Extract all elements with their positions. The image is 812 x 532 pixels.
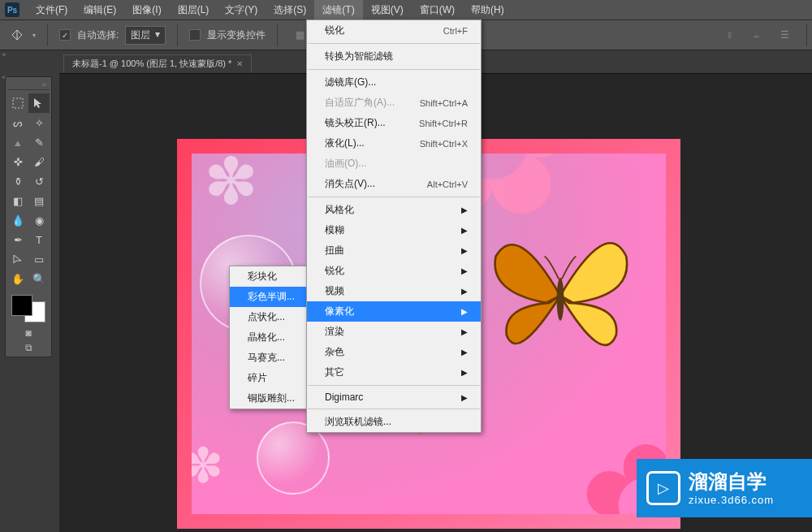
dodge-tool[interactable]: ◉: [28, 210, 50, 230]
distribute-icon-2[interactable]: ⫠: [746, 24, 767, 45]
menu-edit[interactable]: 编辑(E): [76, 0, 124, 20]
submenu-pointillize[interactable]: 点状化...: [230, 307, 308, 327]
marquee-tool[interactable]: [7, 93, 28, 113]
gradient-tool[interactable]: ▤: [28, 191, 50, 210]
move-tool[interactable]: [28, 93, 50, 113]
menu-label: 其它: [325, 365, 344, 379]
submenu-arrow-icon: ▶: [461, 307, 468, 316]
submenu-facet[interactable]: 晶格化...: [230, 327, 308, 348]
submenu-fragment[interactable]: 碎片: [230, 368, 308, 388]
filter-distort[interactable]: 扭曲▶: [307, 240, 481, 261]
submenu-arrow-icon: ▶: [461, 246, 468, 255]
shortcut-label: Shift+Ctrl+R: [419, 119, 468, 128]
shortcut-label: Shift+Ctrl+X: [420, 139, 468, 149]
close-icon[interactable]: ✕: [236, 59, 243, 68]
auto-select-target-dropdown[interactable]: 图层: [125, 26, 166, 45]
menu-label: 渲染: [325, 325, 344, 339]
filter-render[interactable]: 渲染▶: [307, 322, 481, 342]
healing-brush-tool[interactable]: ✜: [7, 152, 28, 171]
submenu-arrow-icon: ▶: [461, 327, 468, 336]
toolbox-collapse-icon[interactable]: »: [7, 80, 50, 90]
screenmode-icon[interactable]: ⧉: [25, 342, 32, 353]
stamp-tool[interactable]: ⚱: [7, 171, 28, 191]
menu-type[interactable]: 文字(Y): [217, 0, 266, 20]
submenu-arrow-icon: ▶: [461, 266, 468, 275]
filter-video[interactable]: 视频▶: [307, 281, 481, 301]
show-transform-label: 显示变换控件: [207, 28, 266, 42]
hand-tool[interactable]: ✋: [7, 269, 28, 288]
filter-noise[interactable]: 杂色▶: [307, 342, 481, 362]
brush-tool[interactable]: 🖌: [28, 152, 50, 171]
menu-label: 锐化: [325, 264, 344, 278]
move-tool-icon: [8, 26, 26, 44]
filter-browse-online[interactable]: 浏览联机滤镜...: [307, 412, 481, 432]
collapse-handle-icon[interactable]: «: [0, 50, 8, 58]
submenu-mosaic[interactable]: 马赛克...: [230, 348, 308, 368]
quickmask-icon[interactable]: ◙: [25, 327, 31, 339]
show-transform-checkbox[interactable]: [189, 29, 201, 41]
pen-tool[interactable]: ✒: [7, 230, 28, 249]
menu-label: 视频: [325, 284, 344, 298]
filter-other[interactable]: 其它▶: [307, 362, 481, 383]
blur-tool[interactable]: 💧: [7, 210, 28, 230]
svg-rect-0: [13, 98, 23, 108]
foreground-color-swatch[interactable]: [11, 295, 32, 316]
menu-select[interactable]: 选择(S): [266, 0, 314, 20]
submenu-mezzotint[interactable]: 铜版雕刻...: [230, 388, 308, 409]
menu-help[interactable]: 帮助(H): [463, 0, 512, 20]
divider: [47, 24, 48, 46]
filter-last-label: 锐化: [325, 24, 344, 37]
shortcut-label: Shift+Ctrl+A: [420, 98, 468, 108]
watermark: ▷ 溜溜自学 zixue.3d66.com: [637, 459, 812, 517]
submenu-arrow-icon: ▶: [461, 368, 468, 377]
filter-lens-correction[interactable]: 镜头校正(R)... Shift+Ctrl+R: [307, 113, 481, 133]
menu-label: 自适应广角(A)...: [325, 96, 395, 110]
menu-file[interactable]: 文件(F): [28, 0, 76, 20]
menu-label: 扭曲: [325, 244, 344, 257]
document-tab[interactable]: 未标题-1 @ 100% (图层 1, 快速蒙版/8) * ✕: [63, 54, 252, 72]
history-brush-tool[interactable]: ↺: [28, 171, 50, 191]
zoom-tool[interactable]: 🔍: [28, 269, 50, 288]
document-tab-label: 未标题-1 @ 100% (图层 1, 快速蒙版/8) *: [72, 58, 231, 70]
menu-window[interactable]: 窗口(W): [412, 0, 463, 20]
butterfly-image: [487, 235, 633, 357]
filter-digimarc[interactable]: Digimarc▶: [307, 388, 481, 406]
divider: [806, 24, 807, 46]
menu-label: 模糊: [325, 223, 344, 237]
distribute-icon-3[interactable]: ☰: [774, 24, 795, 45]
shape-tool[interactable]: ▭: [28, 249, 50, 269]
filter-last[interactable]: 锐化 Ctrl+F: [307, 20, 481, 41]
submenu-color-halftone[interactable]: 彩色半调...: [230, 287, 308, 307]
menu-label: 镜头校正(R)...: [325, 116, 386, 130]
distribute-icon-1[interactable]: ⫴: [719, 24, 740, 45]
filter-vanishing-point[interactable]: 消失点(V)... Alt+Ctrl+V: [307, 174, 481, 194]
filter-oil-paint: 油画(O)...: [307, 154, 481, 174]
submenu-crystallize[interactable]: 彩块化: [230, 266, 308, 287]
menu-view[interactable]: 视图(V): [363, 0, 412, 20]
magic-wand-tool[interactable]: ✧: [28, 113, 50, 132]
filter-pixelate[interactable]: 像素化▶: [307, 301, 481, 322]
shortcut-label: Alt+Ctrl+V: [427, 179, 468, 189]
filter-blur[interactable]: 模糊▶: [307, 220, 481, 240]
filter-sharpen[interactable]: 锐化▶: [307, 261, 481, 281]
color-swatches[interactable]: [10, 293, 47, 324]
crop-tool[interactable]: ⟁: [7, 132, 28, 152]
lasso-tool[interactable]: ᔕ: [7, 113, 28, 132]
menu-separator: [308, 69, 480, 70]
filter-gallery[interactable]: 滤镜库(G)...: [307, 72, 481, 93]
submenu-arrow-icon: ▶: [461, 287, 468, 296]
filter-stylize[interactable]: 风格化▶: [307, 200, 481, 220]
filter-convert-smart[interactable]: 转换为智能滤镜: [307, 46, 481, 67]
filter-menu: 锐化 Ctrl+F 转换为智能滤镜 滤镜库(G)... 自适应广角(A)... …: [306, 19, 482, 433]
menu-layer[interactable]: 图层(L): [170, 0, 218, 20]
path-select-tool[interactable]: [7, 249, 28, 269]
eraser-tool[interactable]: ◧: [7, 191, 28, 210]
menu-image[interactable]: 图像(I): [124, 0, 169, 20]
divider: [177, 24, 178, 46]
submenu-arrow-icon: ▶: [461, 205, 468, 214]
menu-filter[interactable]: 滤镜(T): [314, 0, 362, 20]
auto-select-checkbox[interactable]: ✓: [59, 29, 71, 41]
filter-liquify[interactable]: 液化(L)... Shift+Ctrl+X: [307, 133, 481, 154]
eyedropper-tool[interactable]: ✎: [28, 132, 50, 152]
type-tool[interactable]: T: [28, 230, 50, 249]
